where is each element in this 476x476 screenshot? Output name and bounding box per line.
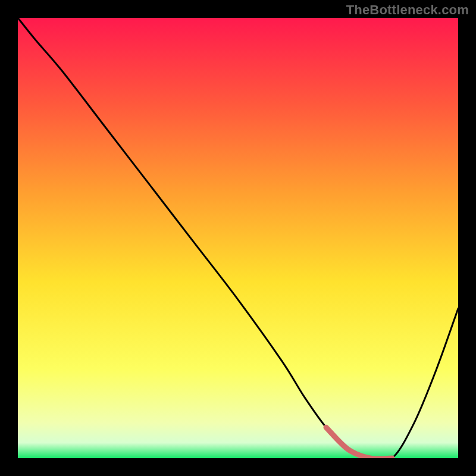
chart-stage: TheBottleneck.com: [0, 0, 476, 476]
gradient-background: [18, 18, 458, 458]
chart-svg: [18, 18, 458, 458]
watermark-text: TheBottleneck.com: [346, 2, 469, 18]
plot-area: [18, 18, 458, 458]
